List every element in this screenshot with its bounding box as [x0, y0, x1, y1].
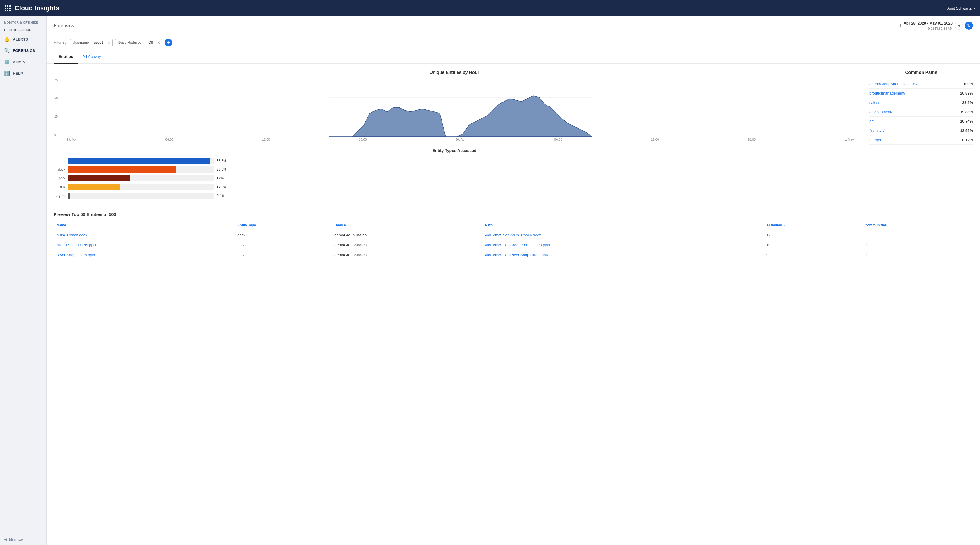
date-dropdown-button[interactable]: ▾	[955, 22, 963, 30]
cell-communities-2: 0	[862, 250, 973, 260]
path-name-3[interactable]: development/	[869, 110, 892, 114]
bar-fill-crypto	[68, 192, 70, 199]
date-range-actions: ▾ ↻	[955, 22, 973, 30]
refresh-button[interactable]: ↻	[965, 22, 973, 30]
path-name-6[interactable]: merger/	[869, 138, 883, 142]
cell-device-1: demoGroupShares	[331, 240, 482, 250]
entities-table: Name Entity Type Device Path Activities …	[54, 221, 973, 260]
table-row: Asim_Roach.docx docx demoGroupShares /vo…	[54, 230, 973, 240]
noise-reduction-filter-tag: Noise Reduction Off ✕	[115, 39, 162, 46]
col-path[interactable]: Path	[482, 221, 764, 230]
cell-path-0[interactable]: /vol_cifs/Sales/Asim_Roach.docx	[482, 230, 764, 240]
date-range-main: Apr 28, 2020 - May 01, 2020	[904, 21, 953, 26]
sidebar: MONITOR & OPTIMIZE CLOUD SECURE 🔔 ALERTS…	[0, 16, 47, 545]
cell-communities-0: 0	[862, 230, 973, 240]
cell-entity-type-0: docx	[234, 230, 331, 240]
page-title: Forensics	[54, 23, 74, 28]
top-nav: Cloud Insights Amit Schwartz ▾	[0, 0, 980, 16]
y-label-50: 50	[54, 97, 58, 100]
username-filter-close[interactable]: ✕	[106, 40, 112, 46]
main-charts: Unique Entities by Hour 75 50 25 0	[54, 70, 855, 206]
table-body: Asim_Roach.docx docx demoGroupShares /vo…	[54, 230, 973, 260]
x-label-7: 12:00	[651, 138, 659, 141]
bar-pct-pptx: 17%	[216, 176, 224, 180]
cell-path-1[interactable]: /vol_cifs/Sales/Arden Shop Lifters.pptx	[482, 240, 764, 250]
bar-fill-pptx	[68, 175, 130, 181]
bar-row-pptx: pptx 17%	[54, 175, 855, 181]
col-name[interactable]: Name	[54, 221, 234, 230]
date-range-text: Apr 28, 2020 - May 01, 2020 9:01 PM 2:34…	[904, 21, 953, 31]
bar-pct-crypto: 0.4%	[216, 194, 224, 198]
bar-pct-docx: 29.6%	[216, 167, 226, 172]
cloud-secure-label: CLOUD SECURE	[0, 26, 46, 33]
y-label-0: 0	[54, 133, 58, 137]
table-header: Name Entity Type Device Path Activities …	[54, 221, 973, 230]
bar-chart-section: Entity Types Accessed tmp 38.8% docx 29.…	[54, 148, 855, 199]
cell-name-1[interactable]: Arden Shop Lifters.pptx	[54, 240, 234, 250]
col-activities[interactable]: Activities ↓	[764, 221, 862, 230]
date-range: ℹ Apr 28, 2020 - May 01, 2020 9:01 PM 2:…	[900, 21, 973, 31]
col-entity-type[interactable]: Entity Type	[234, 221, 331, 230]
col-device[interactable]: Device	[331, 221, 482, 230]
gear-icon: ⚙️	[4, 59, 10, 65]
path-row-0: /demoGroupShares/vol_cifs/ 100%	[869, 79, 973, 89]
user-info[interactable]: Amit Schwartz ▾	[947, 6, 975, 11]
cell-name-2[interactable]: River Shop Lifters.pptx	[54, 250, 234, 260]
bar-track-tmp	[68, 157, 214, 164]
bar-track-crypto	[68, 192, 214, 199]
sidebar-item-help[interactable]: ℹ️ HELP	[0, 68, 46, 79]
path-name-0[interactable]: /demoGroupShares/vol_cifs/	[869, 82, 917, 86]
bar-chart-rows: tmp 38.8% docx 29.6% pptx 17% xlsx	[54, 157, 855, 199]
minimize-button[interactable]: ◀ Minimize	[0, 534, 46, 545]
chevron-left-icon: ◀	[4, 537, 7, 542]
path-row-1: productmanagement/ 26.87%	[869, 89, 973, 98]
path-pct-1: 26.87%	[960, 91, 973, 95]
date-range-sub: 9:01 PM 2:34 AM	[904, 26, 953, 31]
noise-reduction-filter-key: Noise Reduction	[115, 40, 146, 46]
cell-activities-2: 9	[764, 250, 862, 260]
tab-entities[interactable]: Entities	[54, 50, 78, 64]
x-label-5: 30. Apr	[455, 138, 466, 141]
bar-fill-tmp	[68, 157, 210, 164]
y-label-75: 75	[54, 78, 58, 82]
bar-label-crypto: crypto	[54, 194, 68, 198]
chevron-down-icon: ▾	[973, 6, 975, 11]
cell-device-0: demoGroupShares	[331, 230, 482, 240]
info-icon: ℹ️	[4, 71, 10, 76]
sidebar-item-forensics[interactable]: 🔍 FORENSICS	[0, 45, 46, 56]
sidebar-item-admin[interactable]: ⚙️ ADMIN	[0, 56, 46, 68]
path-pct-4: 16.74%	[960, 119, 973, 123]
filter-by-label: Filter By	[54, 41, 67, 44]
path-name-2[interactable]: sales/	[869, 100, 879, 105]
path-name-5[interactable]: financial/	[869, 129, 884, 133]
bar-row-crypto: crypto 0.4%	[54, 192, 855, 199]
cell-activities-0: 12	[764, 230, 862, 240]
table-row: River Shop Lifters.pptx pptx demoGroupSh…	[54, 250, 973, 260]
path-name-4[interactable]: hr/	[869, 119, 874, 123]
alerts-label: ALERTS	[13, 37, 28, 41]
path-pct-0: 100%	[963, 82, 973, 86]
path-row-2: sales/ 23.5%	[869, 98, 973, 107]
bar-track-xlsx	[68, 184, 214, 190]
paths-list: /demoGroupShares/vol_cifs/ 100% productm…	[869, 79, 973, 145]
bar-row-docx: docx 29.6%	[54, 166, 855, 173]
tab-all-activity[interactable]: All Activtiy	[78, 50, 106, 64]
bar-pct-tmp: 38.8%	[216, 159, 226, 163]
cell-activities-1: 10	[764, 240, 862, 250]
path-name-1[interactable]: productmanagement/	[869, 91, 905, 95]
grid-icon[interactable]	[5, 5, 11, 11]
cell-path-2[interactable]: /vol_cifs/Sales/River Shop Lifters.pptx	[482, 250, 764, 260]
top-nav-left: Cloud Insights	[5, 5, 59, 12]
side-panel: Common Paths /demoGroupShares/vol_cifs/ …	[862, 70, 973, 206]
noise-reduction-filter-close[interactable]: ✕	[155, 40, 162, 46]
app-title: Cloud Insights	[14, 5, 59, 12]
table-section: Preview Top 50 Entities of 500 Name Enti…	[47, 212, 980, 267]
col-communities[interactable]: Communities	[862, 221, 973, 230]
cell-entity-type-2: pptx	[234, 250, 331, 260]
cell-name-0[interactable]: Asim_Roach.docx	[54, 230, 234, 240]
add-filter-button[interactable]: +	[165, 39, 172, 46]
area-chart	[65, 78, 855, 137]
sidebar-item-alerts[interactable]: 🔔 ALERTS	[0, 33, 46, 45]
user-name: Amit Schwartz	[947, 6, 972, 11]
path-pct-6: 0.12%	[962, 138, 973, 142]
